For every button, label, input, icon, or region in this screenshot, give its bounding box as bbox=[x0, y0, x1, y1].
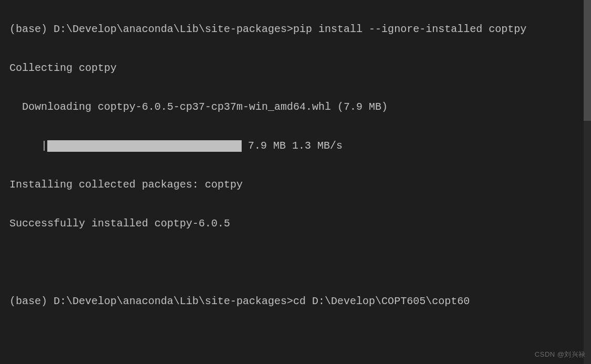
prompt: (base) D:\Develop\anaconda\Lib\site-pack… bbox=[9, 23, 293, 35]
prompt-line-2: (base) D:\Develop\anaconda\Lib\site-pack… bbox=[9, 292, 582, 311]
blank-line bbox=[9, 330, 582, 350]
scrollbar-track[interactable] bbox=[584, 0, 591, 364]
progress-stats: 7.9 MB 1.3 MB/s bbox=[242, 136, 343, 155]
terminal-output[interactable]: (base) D:\Develop\anaconda\Lib\site-pack… bbox=[0, 0, 591, 364]
progress-pipe: | bbox=[41, 136, 47, 155]
command: pip install --ignore-installed coptpy bbox=[293, 23, 526, 35]
output-line: Successfully installed coptpy-6.0.5 bbox=[9, 214, 582, 233]
output-line: Downloading coptpy-6.0.5-cp37-cp37m-win_… bbox=[9, 97, 582, 117]
blank-line bbox=[9, 253, 582, 272]
watermark: CSDN @刘兴禄 bbox=[535, 348, 586, 361]
prompt-line-1: (base) D:\Develop\anaconda\Lib\site-pack… bbox=[9, 19, 582, 39]
progress-bar bbox=[47, 140, 242, 152]
output-line: Installing collected packages: coptpy bbox=[9, 175, 582, 194]
prompt: (base) D:\Develop\anaconda\Lib\site-pack… bbox=[9, 295, 293, 307]
scrollbar-thumb[interactable] bbox=[584, 0, 591, 121]
progress-line: | 7.9 MB 1.3 MB/s bbox=[9, 136, 582, 155]
command: cd D:\Develop\COPT605\copt60 bbox=[293, 295, 470, 307]
output-line: Collecting coptpy bbox=[9, 58, 582, 78]
